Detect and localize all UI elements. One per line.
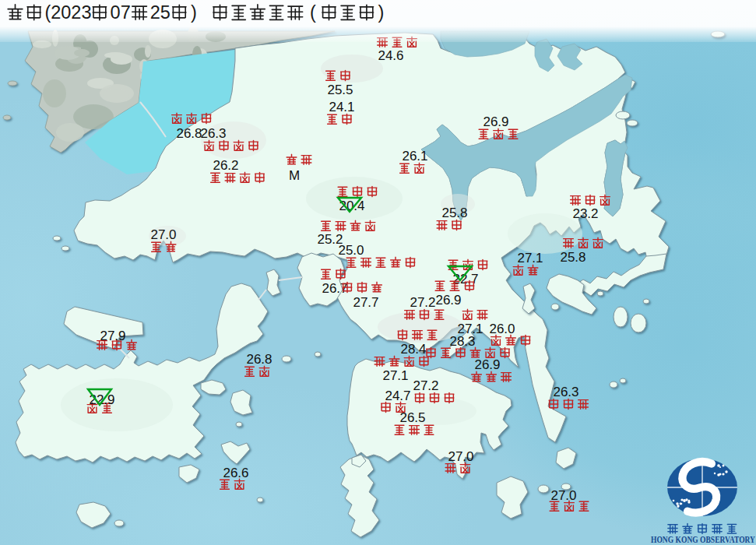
- svg-text:26.9: 26.9: [483, 114, 508, 129]
- svg-text:24.6: 24.6: [378, 48, 403, 63]
- svg-text:27.0: 27.0: [150, 227, 176, 242]
- svg-text:22.9: 22.9: [89, 392, 114, 407]
- svg-text:25.8: 25.8: [560, 250, 585, 265]
- svg-text:24.1: 24.1: [329, 100, 354, 114]
- svg-text:28.4: 28.4: [400, 342, 426, 357]
- svg-text:27.1: 27.1: [382, 368, 408, 383]
- svg-text:26.8: 26.8: [246, 352, 272, 367]
- svg-text:(2023: (2023: [44, 2, 91, 23]
- svg-text:25.8: 25.8: [441, 206, 467, 220]
- svg-text:26.9: 26.9: [474, 357, 500, 372]
- svg-text:25.5: 25.5: [327, 83, 353, 97]
- svg-text:26.7: 26.7: [322, 281, 347, 296]
- svg-text:27.0: 27.0: [550, 488, 576, 503]
- svg-text:M: M: [289, 168, 300, 183]
- svg-text:26.1: 26.1: [402, 149, 427, 164]
- svg-text:28.3: 28.3: [449, 334, 475, 349]
- svg-text:26.9: 26.9: [435, 293, 461, 308]
- svg-text:20.4: 20.4: [339, 199, 364, 213]
- svg-text:23.2: 23.2: [572, 206, 598, 221]
- svg-text:25: 25: [150, 2, 171, 23]
- svg-text:): ): [378, 2, 385, 23]
- svg-text:26.3: 26.3: [553, 385, 578, 399]
- svg-text:27.2: 27.2: [410, 295, 435, 310]
- svg-text:24.7: 24.7: [385, 389, 410, 403]
- svg-text:26.6: 26.6: [223, 466, 248, 480]
- svg-text:25.0: 25.0: [338, 243, 364, 258]
- svg-text:27.1: 27.1: [517, 251, 543, 265]
- svg-text:27.7: 27.7: [353, 295, 378, 310]
- svg-text:26.0: 26.0: [489, 322, 515, 336]
- svg-text:27.0: 27.0: [448, 449, 473, 464]
- svg-text:26.2: 26.2: [213, 158, 238, 173]
- svg-text:27.2: 27.2: [413, 378, 438, 393]
- svg-text:27.9: 27.9: [100, 329, 125, 343]
- svg-text:(: (: [310, 2, 316, 23]
- svg-text:): ): [191, 2, 197, 23]
- svg-text:07: 07: [111, 2, 131, 23]
- svg-text:26.8: 26.8: [176, 126, 202, 141]
- svg-text:26.5: 26.5: [399, 410, 425, 425]
- svg-text:HONG KONG OBSERVATORY: HONG KONG OBSERVATORY: [651, 535, 756, 544]
- svg-text:26.3: 26.3: [200, 126, 226, 141]
